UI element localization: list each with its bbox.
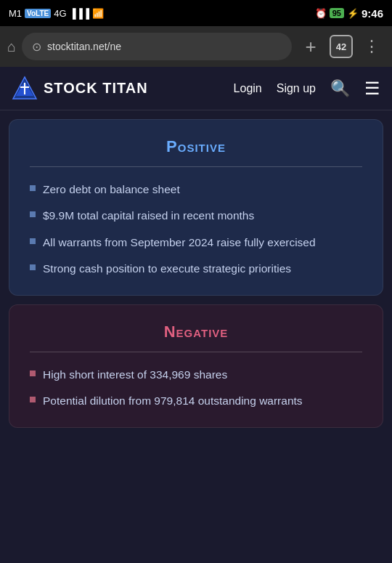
positive-section: Positive Zero debt on balance sheet $9.9… xyxy=(9,119,383,296)
battery-badge: 95 xyxy=(330,8,344,18)
carrier-label: M1 xyxy=(9,8,22,19)
search-icon[interactable]: 🔍 xyxy=(330,79,350,98)
time-display: 9:46 xyxy=(362,7,383,20)
tab-count-badge[interactable]: 42 xyxy=(330,35,353,58)
bullet-text: High short interest of 334,969 shares xyxy=(43,367,227,383)
signup-link[interactable]: Sign up xyxy=(277,82,316,95)
url-text: stocktitan.net/ne xyxy=(47,41,282,52)
home-icon[interactable]: ⌂ xyxy=(7,39,16,55)
list-item: High short interest of 334,969 shares xyxy=(30,367,362,383)
bullet-icon xyxy=(30,185,36,191)
negative-bullet-list: High short interest of 334,969 shares Po… xyxy=(30,367,362,410)
bullet-text: Potential dilution from 979,814 outstand… xyxy=(43,393,303,409)
nav-bar: STOCK TITAN Login Sign up 🔍 ☰ xyxy=(0,67,392,110)
list-item: Strong cash position to execute strategi… xyxy=(30,261,362,277)
bullet-text: Zero debt on balance sheet xyxy=(43,182,180,198)
browser-bar: ⌂ ⊙ stocktitan.net/ne + 42 ⋮ xyxy=(0,26,392,67)
positive-title: Positive xyxy=(30,137,362,156)
bullet-text: All warrants from September 2024 raise f… xyxy=(43,235,316,251)
nav-logo[interactable]: STOCK TITAN xyxy=(12,76,234,102)
site-icon: ⊙ xyxy=(32,40,41,54)
list-item: Zero debt on balance sheet xyxy=(30,182,362,198)
bullet-icon xyxy=(30,211,36,217)
wifi-icon: 📶 xyxy=(92,8,104,19)
alarm-icon: ⏰ xyxy=(315,8,327,19)
nav-links: Login Sign up 🔍 ☰ xyxy=(234,78,380,99)
menu-icon[interactable]: ☰ xyxy=(364,78,380,99)
list-item: $9.9M total capital raised in recent mon… xyxy=(30,208,362,224)
negative-divider xyxy=(30,352,362,352)
list-item: All warrants from September 2024 raise f… xyxy=(30,235,362,251)
bullet-text: $9.9M total capital raised in recent mon… xyxy=(43,208,254,224)
url-bar[interactable]: ⊙ stocktitan.net/ne xyxy=(22,33,292,60)
main-content: Positive Zero debt on balance sheet $9.9… xyxy=(0,119,392,428)
bullet-icon xyxy=(30,370,36,376)
negative-title: Negative xyxy=(30,323,362,341)
status-right: ⏰ 95 ⚡ 9:46 xyxy=(315,7,383,20)
bullet-icon xyxy=(30,397,36,402)
status-left: M1 VoLTE 4G ▐▐▐ 📶 xyxy=(9,8,104,19)
network-type: 4G xyxy=(54,8,66,19)
bullet-text: Strong cash position to execute strategi… xyxy=(43,261,291,277)
add-tab-button[interactable]: + xyxy=(298,33,324,60)
bullet-icon xyxy=(30,264,36,270)
positive-divider xyxy=(30,166,362,167)
list-item: Potential dilution from 979,814 outstand… xyxy=(30,393,362,409)
browser-menu-button[interactable]: ⋮ xyxy=(359,33,385,60)
login-link[interactable]: Login xyxy=(234,82,262,95)
logo-icon xyxy=(12,76,38,102)
signal-icon: ▐▐▐ xyxy=(70,8,90,19)
bolt-icon: ⚡ xyxy=(347,8,359,19)
negative-section: Negative High short interest of 334,969 … xyxy=(9,304,383,428)
positive-bullet-list: Zero debt on balance sheet $9.9M total c… xyxy=(30,182,362,278)
bullet-icon xyxy=(30,238,36,244)
volte-badge: VoLTE xyxy=(25,9,51,18)
status-bar: M1 VoLTE 4G ▐▐▐ 📶 ⏰ 95 ⚡ 9:46 xyxy=(0,0,392,26)
brand-name: STOCK TITAN xyxy=(44,80,148,97)
